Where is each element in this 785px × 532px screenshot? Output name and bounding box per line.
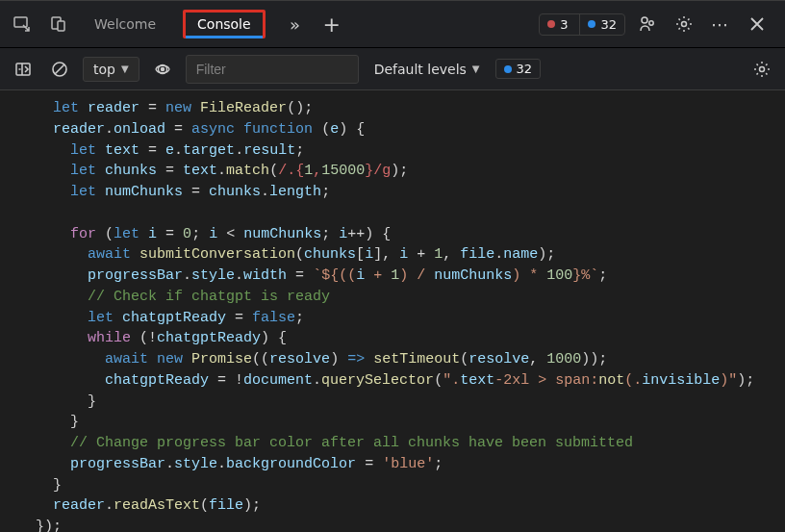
- inspect-element-icon[interactable]: [8, 10, 37, 38]
- error-badge[interactable]: 3: [540, 14, 575, 35]
- toggle-sidebar-icon[interactable]: [10, 56, 37, 83]
- info-dot-icon: [504, 65, 512, 73]
- issues-count: 32: [517, 62, 533, 76]
- tab-welcome[interactable]: Welcome: [87, 11, 164, 38]
- info-count: 32: [600, 17, 617, 32]
- svg-point-5: [682, 22, 687, 27]
- context-label: top: [93, 62, 115, 77]
- chevron-down-icon: ▼: [472, 63, 480, 74]
- info-dot-icon: [588, 20, 595, 28]
- svg-point-4: [649, 21, 653, 25]
- tab-console[interactable]: Console: [183, 10, 266, 38]
- svg-point-10: [760, 66, 765, 71]
- log-levels-selector[interactable]: Default levels ▼: [368, 58, 486, 81]
- collaboration-icon[interactable]: [633, 10, 662, 38]
- issues-badge[interactable]: 32: [495, 59, 542, 79]
- console-settings-icon[interactable]: [748, 56, 775, 83]
- chevron-down-icon: ▼: [121, 63, 129, 74]
- svg-rect-2: [58, 21, 64, 31]
- svg-point-3: [642, 17, 647, 23]
- devtools-tabbar: Welcome Console » + 3 32 ⋯: [0, 0, 785, 48]
- console-toolbar: top ▼ Default levels ▼ 32: [0, 48, 785, 90]
- error-dot-icon: [547, 20, 555, 28]
- filter-input[interactable]: [186, 55, 359, 84]
- error-count: 3: [560, 17, 568, 32]
- svg-rect-0: [14, 17, 27, 27]
- close-devtools-icon[interactable]: [743, 10, 772, 38]
- context-selector[interactable]: top ▼: [83, 57, 139, 82]
- tab-list: Welcome Console: [87, 10, 266, 38]
- more-options-icon[interactable]: ⋯: [706, 10, 735, 38]
- live-expression-icon[interactable]: [149, 56, 176, 83]
- clear-console-icon[interactable]: [46, 56, 73, 83]
- more-tabs-icon[interactable]: »: [281, 10, 310, 38]
- issue-counter[interactable]: 3 32: [539, 13, 625, 36]
- console-code[interactable]: let reader = new FileReader(); reader.on…: [0, 90, 785, 532]
- svg-point-9: [161, 67, 164, 70]
- levels-label: Default levels: [374, 62, 467, 77]
- settings-icon[interactable]: [670, 10, 698, 38]
- device-toggle-icon[interactable]: [44, 10, 73, 38]
- info-badge[interactable]: 32: [579, 14, 624, 35]
- new-tab-icon[interactable]: +: [317, 10, 346, 38]
